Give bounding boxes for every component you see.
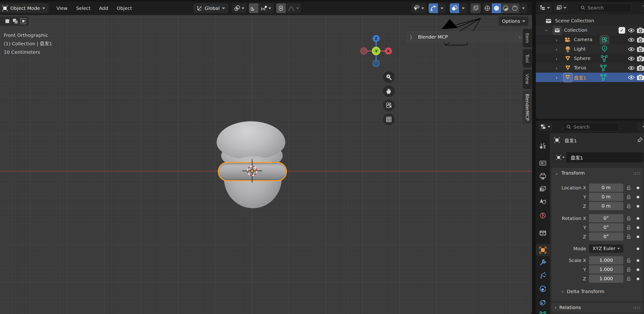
animate-dot[interactable] bbox=[637, 217, 639, 220]
breadcrumb-object-name[interactable]: 盘发1 bbox=[564, 137, 577, 144]
filter-dropdown[interactable] bbox=[641, 3, 644, 12]
snapping-controls[interactable] bbox=[249, 3, 274, 13]
camera-view-button[interactable] bbox=[383, 99, 395, 111]
expand-arrow-right[interactable]: › bbox=[556, 56, 558, 62]
particles-properties-tab[interactable] bbox=[539, 272, 546, 279]
lock-icon[interactable] bbox=[626, 276, 631, 282]
eye-icon[interactable] bbox=[628, 47, 635, 52]
animate-dot[interactable] bbox=[637, 205, 639, 208]
outliner-row-sphere[interactable]: › Sphere bbox=[536, 54, 644, 63]
lock-icon[interactable] bbox=[626, 203, 631, 209]
camera-render-icon[interactable] bbox=[636, 37, 644, 43]
menu-add[interactable]: Add bbox=[95, 5, 112, 11]
expand-arrow-right[interactable]: › bbox=[556, 46, 558, 52]
animate-dot[interactable] bbox=[637, 226, 639, 229]
expand-arrow-right[interactable]: › bbox=[556, 65, 558, 71]
sidebar-tab-item[interactable]: Item bbox=[523, 29, 532, 47]
tool-properties-tab[interactable] bbox=[539, 142, 546, 149]
eye-icon[interactable] bbox=[628, 75, 635, 80]
animate-dot[interactable] bbox=[637, 248, 639, 250]
eye-icon[interactable] bbox=[628, 66, 635, 70]
animate-dot[interactable] bbox=[637, 236, 639, 238]
relations-panel[interactable]: › Relations bbox=[551, 303, 643, 313]
pin-icon[interactable] bbox=[637, 137, 643, 143]
mode-dropdown[interactable]: Object Mode bbox=[0, 3, 48, 13]
options-dropdown[interactable]: Options bbox=[499, 16, 528, 26]
rotation-x-field[interactable]: 0° bbox=[589, 214, 623, 222]
editor-type-dropdown[interactable] bbox=[538, 3, 552, 12]
camera-render-icon[interactable] bbox=[636, 27, 644, 34]
gizmos-toggle-group[interactable] bbox=[428, 3, 446, 13]
rotation-mode-dropdown[interactable]: XYZ Euler bbox=[589, 245, 623, 253]
overlays-toggle-group[interactable] bbox=[450, 3, 467, 13]
location-y-field[interactable]: 0 m bbox=[589, 193, 623, 201]
shading-mode-group[interactable] bbox=[483, 3, 527, 13]
camera-render-icon[interactable] bbox=[636, 65, 644, 71]
scene-properties-tab[interactable] bbox=[539, 198, 546, 205]
select-extend-mode-button[interactable] bbox=[12, 18, 18, 24]
visibility-dropdown[interactable] bbox=[411, 3, 426, 13]
pan-view-button[interactable] bbox=[383, 85, 395, 97]
lock-icon[interactable] bbox=[626, 267, 631, 272]
select-subtract-mode-button[interactable] bbox=[20, 18, 26, 24]
animate-dot[interactable] bbox=[637, 196, 639, 198]
object-id-dropdown[interactable] bbox=[554, 152, 566, 163]
lock-icon[interactable] bbox=[626, 258, 631, 263]
zoom-view-button[interactable] bbox=[383, 71, 395, 83]
expand-arrow-right[interactable]: › bbox=[556, 37, 558, 43]
sidebar-tab-blendermcp[interactable]: BlenderMCP bbox=[523, 91, 532, 124]
transform-orientation-dropdown[interactable]: Global bbox=[193, 3, 228, 13]
sidebar-tab-view[interactable]: View bbox=[523, 69, 532, 89]
eye-icon[interactable] bbox=[628, 56, 635, 61]
proportional-editing-controls[interactable] bbox=[276, 3, 301, 13]
display-mode-dropdown[interactable] bbox=[554, 3, 568, 12]
rotation-z-field[interactable]: 0° bbox=[589, 233, 623, 241]
outliner-row-selected-object[interactable]: › 盘发1 bbox=[536, 73, 644, 82]
xray-toggle[interactable] bbox=[470, 3, 481, 13]
animate-dot[interactable] bbox=[637, 278, 639, 280]
eye-icon[interactable] bbox=[628, 28, 635, 33]
3d-viewport[interactable]: Object Mode View Select Add Object Globa… bbox=[0, 1, 532, 314]
animate-dot[interactable] bbox=[637, 259, 639, 262]
lock-icon[interactable] bbox=[626, 216, 631, 221]
camera-render-icon[interactable] bbox=[636, 74, 644, 81]
rotation-y-field[interactable]: 0° bbox=[589, 223, 623, 232]
navigation-axis-gizmo[interactable]: Z X -Y bbox=[357, 31, 395, 69]
lock-icon[interactable] bbox=[626, 234, 631, 240]
outliner-row-collection[interactable]: ⌄ Collection ✓ bbox=[536, 26, 644, 35]
pivot-point-dropdown[interactable] bbox=[232, 3, 246, 13]
camera-render-icon[interactable] bbox=[636, 55, 644, 62]
outliner-row-light[interactable]: › Light bbox=[536, 44, 644, 54]
render-properties-tab[interactable] bbox=[539, 160, 546, 167]
lock-icon[interactable] bbox=[626, 185, 631, 191]
lock-icon[interactable] bbox=[626, 194, 631, 200]
expand-arrow-down[interactable]: ⌄ bbox=[544, 26, 548, 32]
outliner-row-scene-collection[interactable]: Scene Collection bbox=[536, 16, 644, 26]
scale-x-field[interactable]: 1.000 bbox=[589, 256, 623, 264]
panel-grip-handle[interactable] bbox=[633, 306, 640, 309]
mesh-top-bun[interactable] bbox=[217, 121, 285, 159]
lock-icon[interactable] bbox=[626, 225, 631, 230]
camera-render-icon[interactable] bbox=[636, 46, 644, 52]
eye-icon[interactable] bbox=[628, 37, 635, 42]
object-data-properties-tab[interactable] bbox=[539, 311, 546, 314]
view-layer-properties-tab[interactable] bbox=[539, 185, 546, 193]
expand-arrow-right[interactable]: › bbox=[556, 75, 558, 80]
location-x-field[interactable]: 0 m bbox=[589, 184, 623, 192]
panel-grip-handle[interactable] bbox=[633, 172, 640, 174]
properties-options-dropdown[interactable] bbox=[637, 122, 644, 131]
delta-transform-subpanel[interactable]: › Delta Transform bbox=[562, 289, 604, 294]
outliner-row-torus[interactable]: › Torus bbox=[536, 63, 644, 73]
constraints-properties-tab[interactable] bbox=[539, 299, 546, 306]
world-properties-tab[interactable] bbox=[539, 212, 546, 219]
select-set-mode-button[interactable] bbox=[4, 18, 10, 24]
animate-dot[interactable] bbox=[637, 268, 639, 271]
menu-view[interactable]: View bbox=[52, 5, 72, 11]
output-properties-tab[interactable] bbox=[539, 173, 546, 180]
scale-y-field[interactable]: 1.000 bbox=[589, 265, 623, 274]
scale-z-field[interactable]: 1.000 bbox=[589, 275, 623, 283]
location-z-field[interactable]: 0 m bbox=[589, 202, 623, 210]
editor-type-dropdown[interactable] bbox=[538, 122, 552, 131]
transform-panel-header[interactable]: ⌄ Transform bbox=[551, 168, 643, 178]
object-properties-tab-active[interactable] bbox=[539, 247, 546, 254]
